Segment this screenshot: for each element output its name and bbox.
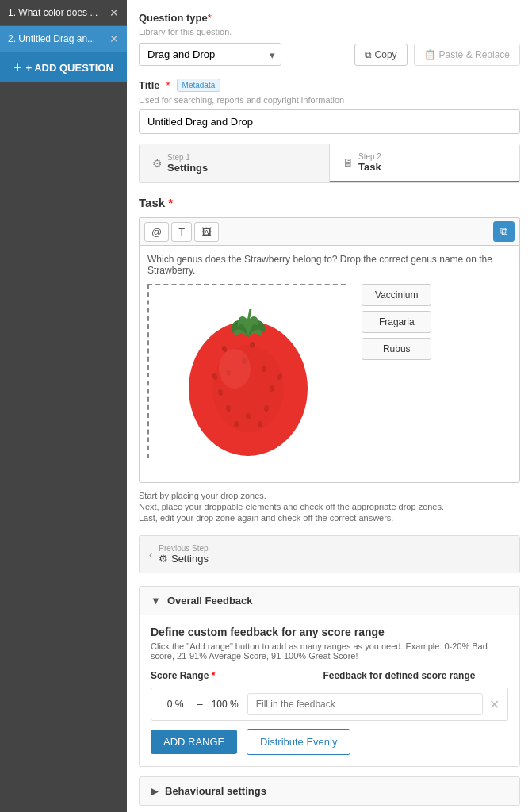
sidebar-item-1[interactable]: 1. What color does ... ✕ — [0, 0, 127, 26]
add-question-label: + ADD QUESTION — [25, 62, 113, 74]
strawberry-drop-zone[interactable] — [147, 284, 346, 458]
gear-icon: ⚙ — [152, 157, 163, 170]
add-range-button[interactable]: ADD RANGE — [151, 730, 237, 754]
overall-feedback-body: Define custom feedback for any score ran… — [140, 615, 519, 766]
score-col-label: Score Range * — [151, 670, 215, 681]
copy-label: Copy — [375, 49, 397, 60]
step-settings-labels: Step 1 Settings — [167, 153, 208, 174]
question-type-select[interactable]: Drag and Drop Multiple Choice Short Answ… — [139, 43, 281, 66]
title-hint: Used for searching, reports and copyrigh… — [139, 95, 520, 105]
nav-prev-step-name: Settings — [171, 553, 209, 565]
behavioural-title: Behavioural settings — [165, 785, 266, 797]
at-icon: @ — [151, 226, 162, 238]
title-required: * — [166, 79, 170, 91]
title-label-row: Title * Metadata — [139, 79, 520, 92]
copy-icon: ⧉ — [365, 49, 372, 60]
metadata-badge[interactable]: Metadata — [177, 79, 221, 92]
required-asterisk: * — [208, 12, 212, 24]
sidebar-item-1-label: 1. What color does ... — [8, 7, 106, 18]
task-hint-2: Next, place your droppable elements and … — [139, 502, 520, 511]
step-task[interactable]: 🖥 Step 2 Task — [330, 144, 519, 182]
task-hints: Start by placing your drop zones. Next, … — [139, 491, 520, 523]
feedback-text-input[interactable] — [247, 693, 483, 715]
sidebar: 1. What color does ... ✕ 2. Untitled Dra… — [0, 0, 127, 812]
sidebar-item-2-label: 2. Untitled Drag an... — [8, 33, 106, 44]
feedback-define-title: Define custom feedback for any score ran… — [151, 626, 508, 638]
nav-labels: Previous Step ⚙ Settings — [159, 544, 209, 565]
strawberry-svg — [149, 285, 347, 460]
previous-step-nav[interactable]: ‹ Previous Step ⚙ Settings — [139, 535, 520, 573]
drag-item-2[interactable]: Rubus — [362, 338, 431, 360]
action-buttons: ⧉ Copy 📋 Paste & Replace — [354, 44, 520, 66]
task-hint-3: Last, edit your drop zone again and chec… — [139, 513, 520, 523]
task-content-area: Vaccinium Fragaria Rubus — [147, 284, 511, 458]
sidebar-item-1-close[interactable]: ✕ — [109, 6, 119, 19]
nav-prev-name: ⚙ Settings — [159, 553, 209, 565]
step-task-num: Step 2 — [358, 152, 381, 161]
task-section: Task * @ T 🖼 ⧉ Which genus does the Stra… — [139, 196, 520, 523]
overall-feedback-title: Overall Feedback — [167, 595, 253, 607]
question-type-row: Drag and Drop Multiple Choice Short Answ… — [139, 43, 520, 66]
copy-editor-button[interactable]: ⧉ — [493, 221, 515, 242]
question-type-label: Question type — [139, 12, 208, 24]
add-question-button[interactable]: + + ADD QUESTION — [0, 52, 127, 82]
question-type-section: Question type * Library for this questio… — [139, 12, 520, 66]
feedback-action-buttons: ADD RANGE Distribute Evenly — [151, 729, 508, 755]
step-settings[interactable]: ⚙ Step 1 Settings — [140, 144, 330, 182]
feedback-col-label: Feedback for defined score range — [323, 670, 475, 681]
title-input[interactable] — [139, 109, 520, 134]
toolbar-image-button[interactable]: 🖼 — [194, 222, 219, 242]
nav-prev-label: Previous Step — [159, 544, 209, 553]
score-row-0: 0 % – 100 % ✕ — [151, 688, 508, 721]
main-content: Question type * Library for this questio… — [127, 0, 532, 812]
nav-prev-arrow-icon: ‹ — [149, 549, 152, 561]
drag-item-0[interactable]: Vaccinium — [362, 284, 431, 306]
title-label: Title — [139, 79, 160, 91]
score-table-header: Score Range * Feedback for defined score… — [151, 670, 508, 681]
copy-editor-icon: ⧉ — [500, 225, 507, 237]
behavioural-settings-section[interactable]: ▶ Behavioural settings — [139, 776, 520, 806]
step-task-labels: Step 2 Task — [358, 152, 381, 173]
type-select-wrap: Drag and Drop Multiple Choice Short Answ… — [139, 43, 281, 66]
score-from: 0 % — [159, 699, 191, 710]
steps-bar: ⚙ Step 1 Settings 🖥 Step 2 Task — [139, 144, 520, 183]
drag-item-1[interactable]: Fragaria — [362, 311, 431, 333]
behavioural-arrow-icon: ▶ — [151, 785, 159, 797]
sidebar-item-2-close[interactable]: ✕ — [109, 33, 119, 45]
feedback-collapse-arrow-icon: ▼ — [151, 595, 161, 607]
copy-button[interactable]: ⧉ Copy — [354, 44, 408, 66]
task-instruction: Which genus does the Strawberry belong t… — [147, 254, 511, 276]
overall-feedback-header[interactable]: ▼ Overall Feedback — [140, 587, 519, 615]
drag-items-container: Vaccinium Fragaria Rubus — [362, 284, 431, 360]
monitor-icon: 🖥 — [343, 156, 354, 169]
plus-icon: + — [13, 60, 21, 75]
task-hint-1: Start by placing your drop zones. — [139, 491, 520, 500]
sidebar-item-2[interactable]: 2. Untitled Drag an... ✕ — [0, 26, 127, 52]
svg-point-17 — [219, 349, 251, 389]
task-title: Task * — [139, 196, 520, 209]
drag-item-0-label: Vaccinium — [375, 289, 418, 301]
task-editor[interactable]: Which genus does the Strawberry belong t… — [139, 245, 520, 483]
paste-replace-label: Paste & Replace — [439, 49, 510, 60]
task-title-text: Task — [139, 196, 165, 209]
toolbar-at-button[interactable]: @ — [144, 222, 169, 242]
editor-toolbar: @ T 🖼 ⧉ — [139, 217, 520, 245]
title-section: Title * Metadata Used for searching, rep… — [139, 79, 520, 134]
nav-gear-icon: ⚙ — [159, 553, 168, 565]
step-settings-label: Settings — [167, 162, 208, 174]
score-dash: – — [197, 699, 203, 710]
task-required: * — [168, 196, 173, 209]
paste-icon: 📋 — [424, 49, 436, 60]
overall-feedback-section: ▼ Overall Feedback Define custom feedbac… — [139, 586, 520, 767]
paste-replace-button[interactable]: 📋 Paste & Replace — [414, 44, 520, 66]
score-to: 100 % — [209, 699, 241, 710]
drag-item-1-label: Fragaria — [379, 316, 415, 327]
distribute-evenly-button[interactable]: Distribute Evenly — [247, 729, 351, 755]
clear-feedback-button[interactable]: ✕ — [489, 697, 499, 712]
image-icon: 🖼 — [201, 226, 212, 238]
text-t-icon: T — [178, 226, 185, 238]
toolbar-text-button[interactable]: T — [171, 222, 192, 242]
step-task-label: Task — [358, 161, 381, 173]
library-text: Library for this question. — [139, 27, 520, 36]
drag-item-2-label: Rubus — [383, 343, 411, 354]
